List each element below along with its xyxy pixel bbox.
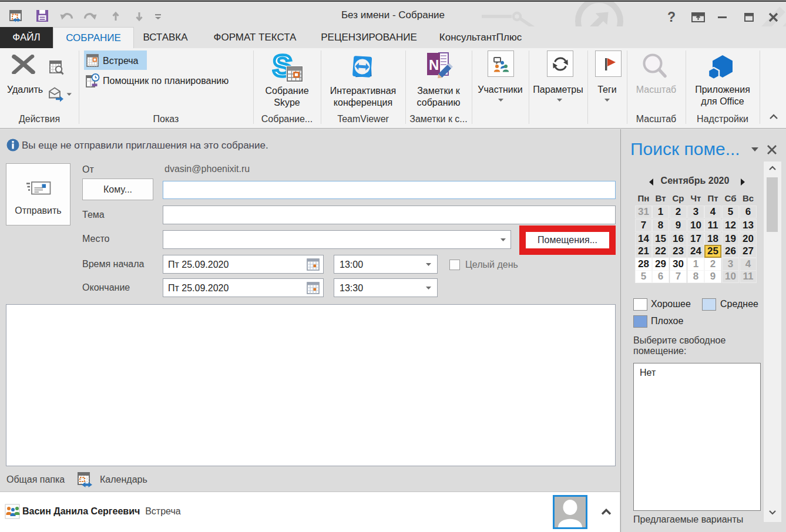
svg-text:N: N (429, 57, 439, 73)
svg-text:?: ? (667, 9, 676, 25)
